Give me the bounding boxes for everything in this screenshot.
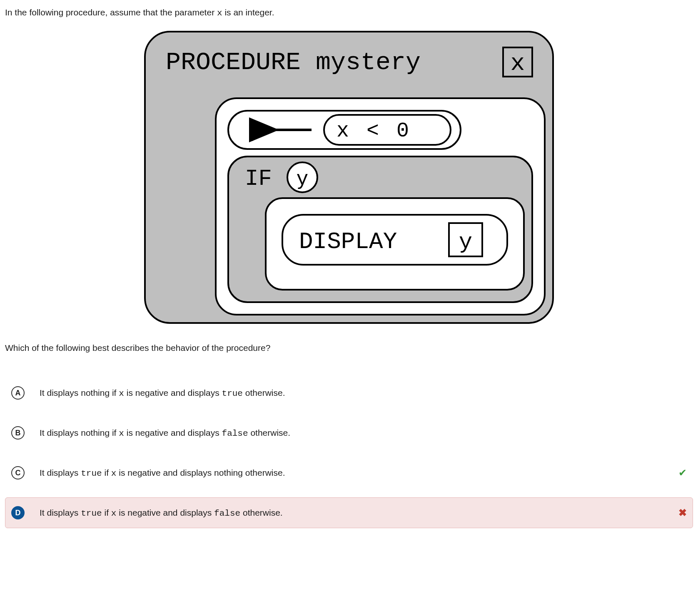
- cross-icon: ✖: [678, 507, 687, 518]
- check-icon: ✔: [678, 467, 687, 478]
- answer-option-a[interactable]: A It displays nothing if x is negative a…: [5, 378, 693, 408]
- intro-pre: In the following procedure, assume that …: [5, 7, 217, 17]
- procedure-param-text: x: [511, 50, 525, 77]
- answer-status-d: ✖: [675, 507, 687, 519]
- intro-post: is an integer.: [224, 7, 274, 17]
- assign-var-text: y: [248, 118, 262, 143]
- answer-text-b: It displays nothing if x is negative and…: [40, 428, 670, 438]
- assign-expr-text: x < 0: [337, 119, 411, 143]
- if-cond-text: y: [297, 168, 309, 191]
- intro-code: x: [217, 8, 222, 18]
- diagram-svg: PROCEDURE mystery x y x < 0 IF y: [141, 27, 557, 327]
- answer-letter-b: B: [11, 426, 25, 440]
- answer-letter-a: A: [11, 386, 25, 400]
- answer-option-d[interactable]: D It displays true if x is negative and …: [5, 497, 693, 528]
- display-arg-text: y: [459, 229, 472, 255]
- answer-option-b[interactable]: B It displays nothing if x is negative a…: [5, 417, 693, 448]
- answers-list: A It displays nothing if x is negative a…: [5, 378, 693, 528]
- answer-letter-c: C: [11, 466, 25, 479]
- answer-option-c[interactable]: C It displays true if x is negative and …: [5, 457, 693, 488]
- answer-letter-d: D: [11, 506, 25, 519]
- answer-status-c: ✔: [675, 467, 687, 479]
- if-label-text: IF: [245, 166, 272, 191]
- procedure-diagram: PROCEDURE mystery x y x < 0 IF y: [5, 27, 693, 327]
- answer-text-a: It displays nothing if x is negative and…: [40, 388, 670, 398]
- display-label-text: DISPLAY: [299, 229, 397, 255]
- question-intro: In the following procedure, assume that …: [5, 6, 693, 20]
- answer-text-d: It displays true if x is negative and di…: [40, 508, 670, 518]
- procedure-label-text: PROCEDURE mystery: [166, 48, 421, 77]
- answer-text-c: It displays true if x is negative and di…: [40, 468, 670, 478]
- question-prompt: Which of the following best describes th…: [5, 341, 693, 355]
